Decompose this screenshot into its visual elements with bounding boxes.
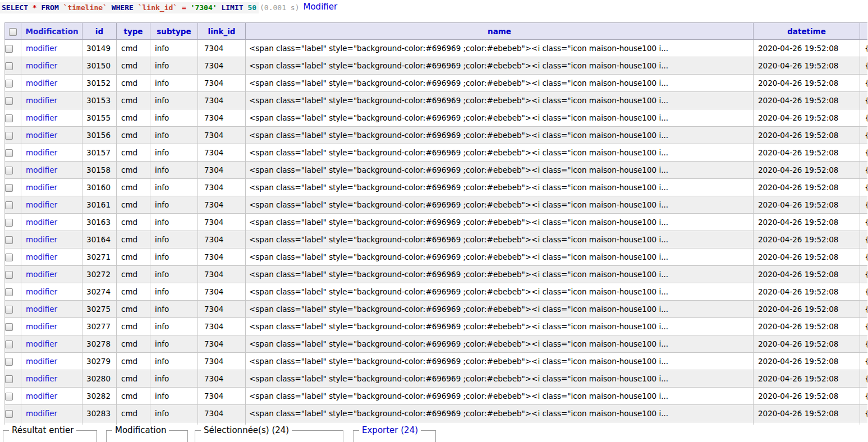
row-modify-link[interactable]: modifier [26, 148, 57, 157]
row-action-cell: modifier [21, 248, 82, 266]
header-link-id[interactable]: link_id [198, 23, 246, 40]
row-checkbox[interactable] [5, 149, 13, 157]
cell-extra: { [860, 266, 868, 283]
cell-link-id: 7304 [198, 40, 246, 57]
table-row: modifier 30156 cmd info 7304 <span class… [5, 127, 868, 144]
row-checkbox[interactable] [5, 340, 13, 348]
header-name[interactable]: name [246, 23, 754, 40]
row-modify-link[interactable]: modifier [26, 252, 57, 261]
row-modify-link[interactable]: modifier [26, 96, 57, 105]
cell-id: 30160 [82, 179, 117, 196]
row-modify-link[interactable]: modifier [26, 305, 57, 314]
row-action-cell: modifier [21, 179, 82, 196]
row-checkbox[interactable] [5, 306, 13, 314]
row-checkbox[interactable] [5, 80, 13, 88]
cell-subtype: info [150, 57, 198, 75]
row-modify-link[interactable]: modifier [26, 183, 57, 192]
cell-extra: { [860, 144, 868, 162]
cell-subtype: info [150, 214, 198, 231]
row-checkbox[interactable] [5, 97, 13, 105]
cell-type: cmd [117, 248, 150, 266]
table-row: modifier 30277 cmd info 7304 <span class… [5, 318, 868, 335]
cell-subtype: info [150, 283, 198, 301]
header-datetime[interactable]: datetime [754, 23, 860, 40]
row-checkbox[interactable] [5, 393, 13, 400]
cell-type: cmd [117, 370, 150, 388]
row-modify-link[interactable]: modifier [26, 235, 57, 244]
export-link[interactable]: Exporter (24) [362, 425, 418, 435]
row-modify-link[interactable]: modifier [26, 165, 57, 174]
cell-datetime: 2020-04-26 19:52:08 [754, 353, 860, 370]
cell-id: 30280 [82, 370, 117, 388]
row-checkbox[interactable] [5, 184, 13, 192]
cell-extra: { [860, 388, 868, 405]
cell-extra: { [860, 109, 868, 127]
table-row: modifier 30275 cmd info 7304 <span class… [5, 301, 868, 318]
row-modify-link[interactable]: modifier [26, 200, 57, 209]
row-checkbox[interactable] [5, 375, 13, 383]
table-row: modifier 30274 cmd info 7304 <span class… [5, 283, 868, 301]
row-checkbox[interactable] [5, 236, 13, 244]
row-action-cell: modifier [21, 162, 82, 179]
header-id[interactable]: id [82, 23, 117, 40]
row-checkbox[interactable] [5, 254, 13, 261]
row-checkbox[interactable] [5, 132, 13, 140]
row-checkbox[interactable] [5, 45, 13, 53]
cell-datetime: 2020-04-26 19:52:08 [754, 214, 860, 231]
row-checkbox[interactable] [5, 410, 13, 418]
cell-id [82, 422, 117, 425]
row-modify-link[interactable]: modifier [26, 270, 57, 279]
row-action-cell: modifier [21, 40, 82, 57]
row-checkbox[interactable] [5, 167, 13, 174]
row-checkbox[interactable] [5, 323, 13, 331]
row-modify-link[interactable]: modifier [26, 79, 57, 88]
row-modify-link[interactable]: modifier [26, 339, 57, 348]
row-checkbox[interactable] [5, 201, 13, 209]
table-row: modifier 30272 cmd info 7304 <span class… [5, 266, 868, 283]
row-modify-link[interactable]: modifier [26, 113, 57, 122]
row-modify-link[interactable]: modifier [26, 322, 57, 331]
row-modify-link[interactable]: modifier [26, 44, 57, 53]
row-modify-link[interactable]: modifier [26, 409, 57, 418]
cell-name: <span class="label" style="background-co… [246, 405, 754, 422]
cell-type: cmd [117, 57, 150, 75]
row-checkbox[interactable] [5, 114, 13, 122]
row-modify-link[interactable]: modifier [26, 218, 57, 227]
cell-id: 30278 [82, 335, 117, 353]
header-modification-link[interactable]: Modification [25, 27, 78, 36]
row-modify-link[interactable]: modifier [26, 357, 57, 366]
cell-id: 30272 [82, 266, 117, 283]
row-checkbox[interactable] [5, 219, 13, 227]
row-action-cell: modifier [21, 388, 82, 405]
cell-link-id: 7304 [198, 335, 246, 353]
row-modify-link[interactable]: modifier [26, 392, 57, 400]
cell-datetime: 2020-04-26 19:52:08 [754, 422, 860, 425]
table-row: modifier 30278 cmd info 7304 <span class… [5, 335, 868, 353]
row-modify-link[interactable]: modifier [26, 374, 57, 383]
row-checkbox[interactable] [5, 271, 13, 279]
row-checkbox[interactable] [5, 288, 13, 296]
modify-query-link[interactable]: Modifier [303, 2, 337, 12]
row-modify-link[interactable]: modifier [26, 287, 57, 296]
select-all-checkbox[interactable] [9, 28, 17, 36]
row-checkbox[interactable] [5, 358, 13, 366]
cell-subtype: info [150, 353, 198, 370]
cell-extra: { [860, 162, 868, 179]
cell-subtype: info [150, 127, 198, 144]
row-checkbox[interactable] [5, 62, 13, 70]
row-modify-link[interactable]: modifier [26, 131, 57, 140]
table-row: modifier 30150 cmd info 7304 <span class… [5, 57, 868, 75]
cell-id: 30150 [82, 57, 117, 75]
cell-name: <span class="label" style="background-co… [246, 318, 754, 335]
sql-query-code: SELECT * FROM `timeline` WHERE `link_id`… [0, 2, 259, 13]
header-subtype[interactable]: subtype [150, 23, 198, 40]
header-type[interactable]: type [117, 23, 150, 40]
cell-id: 30155 [82, 109, 117, 127]
row-checkbox-cell [5, 75, 21, 92]
row-modify-link[interactable]: modifier [26, 61, 57, 70]
cell-extra: { [860, 301, 868, 318]
cell-datetime: 2020-04-26 19:52:08 [754, 248, 860, 266]
query-execution-time: (0.001 s) [260, 3, 299, 12]
cell-id: 30149 [82, 40, 117, 57]
cell-type: cmd [117, 196, 150, 214]
